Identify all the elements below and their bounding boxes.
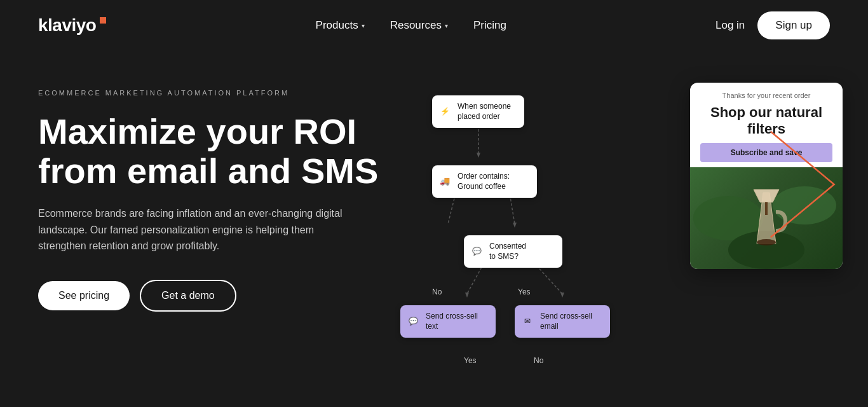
svg-marker-3 (513, 223, 517, 228)
nav-center: Products ▾ Resources ▾ Pricing (316, 19, 506, 32)
logo-mark (100, 17, 106, 24)
nav-item-resources[interactable]: Resources ▾ (390, 19, 448, 32)
nav-item-pricing[interactable]: Pricing (473, 19, 506, 32)
flow-node-2-text: Order contains:Ground coffee (458, 172, 510, 191)
nav-item-products[interactable]: Products ▾ (316, 19, 365, 32)
login-button[interactable]: Log in (715, 19, 745, 32)
hero-title-line2: from email and SMS (38, 151, 378, 191)
hero-eyebrow: ECOMMERCE MARKETING AUTOMATION PLATFORM (38, 89, 394, 97)
resources-label: Resources (390, 19, 442, 32)
hero-buttons: See pricing Get a demo (38, 280, 394, 312)
email-card-header: Thanks for your recent order (690, 83, 843, 104)
see-pricing-button[interactable]: See pricing (38, 281, 130, 310)
flow-node-5-text: Send cross-sellemail (540, 312, 592, 331)
label-yes: Yes (518, 287, 531, 296)
hero-left: ECOMMERCE MARKETING AUTOMATION PLATFORM … (38, 83, 394, 312)
label-yes2: Yes (464, 356, 477, 365)
svg-marker-1 (477, 153, 480, 158)
get-demo-button[interactable]: Get a demo (140, 280, 236, 312)
svg-marker-6 (465, 293, 469, 298)
flow-node-4: Send cross-selltext (400, 305, 496, 338)
products-chevron: ▾ (362, 22, 365, 29)
flow-node-2: Order contains:Ground coffee (432, 165, 537, 198)
label-no2: No (534, 356, 543, 365)
bolt-icon (438, 106, 451, 118)
signup-button[interactable]: Sign up (757, 11, 830, 39)
flow-node-3: Consentedto SMS? (464, 235, 562, 268)
logo-text: klaviyo (38, 15, 96, 36)
red-arrow-decoration (760, 121, 855, 248)
products-label: Products (316, 19, 358, 32)
hero-subtitle: Ecommerce brands are facing inflation an… (38, 205, 343, 254)
nav-right: Log in Sign up (715, 11, 830, 39)
mail-icon (521, 315, 534, 328)
navbar: klaviyo Products ▾ Resources ▾ Pricing L… (0, 0, 868, 51)
pricing-label: Pricing (473, 19, 506, 32)
sms-icon (470, 245, 483, 258)
svg-marker-8 (560, 293, 564, 298)
msg-icon (407, 315, 419, 328)
flow-node-1: When someoneplaced order (432, 95, 524, 128)
flow-node-1-text: When someoneplaced order (458, 102, 511, 121)
label-no: No (432, 287, 442, 296)
flow-node-5: Send cross-sellemail (515, 305, 610, 338)
flow-node-3-text: Consentedto SMS? (489, 242, 526, 261)
hero-title-line1: Maximize your ROI (38, 111, 356, 151)
truck-icon (438, 176, 451, 188)
hero-section: ECOMMERCE MARKETING AUTOMATION PLATFORM … (0, 51, 868, 407)
hero-right: When someoneplaced order Order contains:… (394, 83, 830, 407)
resources-chevron: ▾ (445, 22, 448, 29)
logo[interactable]: klaviyo (38, 15, 106, 36)
flow-node-4-text: Send cross-selltext (426, 312, 478, 331)
hero-title: Maximize your ROI from email and SMS (38, 112, 394, 190)
